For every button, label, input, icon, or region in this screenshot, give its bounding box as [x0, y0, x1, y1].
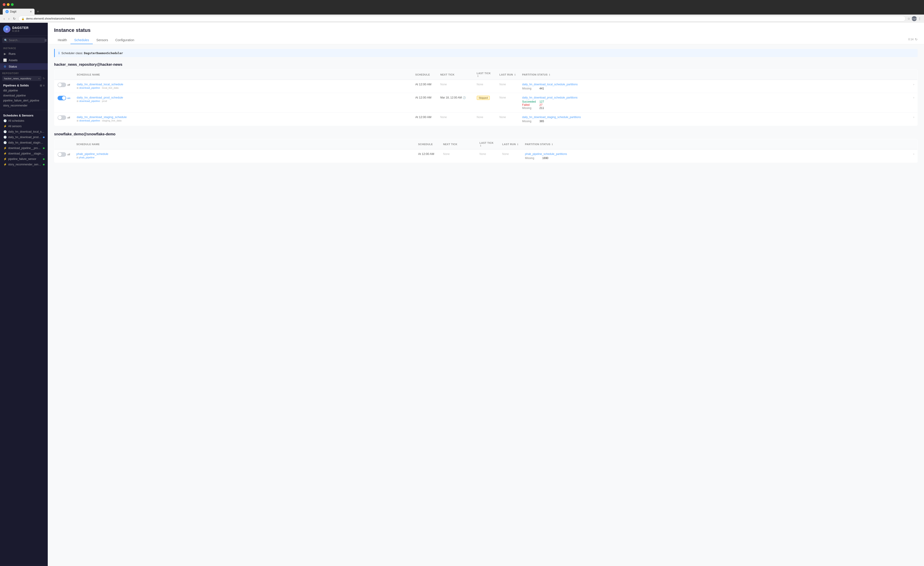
all-sensors-item[interactable]: ⚡ All sensors — [0, 123, 48, 129]
last-tick-tooltip-icon[interactable]: ℹ — [477, 75, 478, 77]
pipeline-link-prod[interactable]: download_pipeline — [79, 99, 100, 102]
toggle-switch-phab[interactable] — [57, 152, 66, 157]
pipeline-link-staging[interactable]: download_pipeline — [79, 119, 100, 122]
app-name: DAGSTER — [12, 26, 28, 30]
expand-icon-staging[interactable]: › — [914, 116, 914, 119]
pipeline-item-download[interactable]: download_pipeline — [0, 93, 48, 98]
expand-icon-phab[interactable]: › — [914, 152, 914, 156]
partition-stats-staging: Missing 365 — [522, 120, 907, 123]
sidebar-item-status[interactable]: ⚙ Status — [0, 63, 48, 69]
toggle-staging[interactable]: off — [57, 115, 70, 120]
traffic-light-red[interactable] — [3, 3, 6, 6]
pipeline-link-phab[interactable]: phab_pipeline — [79, 156, 94, 159]
schedule-clock-icon-2: 🕐 — [3, 141, 7, 145]
timer-display: 0:14 — [908, 38, 914, 41]
traffic-light-yellow[interactable] — [7, 3, 9, 6]
toggle-prod[interactable]: on — [57, 96, 70, 100]
pipeline-grid-icon[interactable]: ⊞ — [40, 84, 42, 87]
toggle-phab[interactable]: off — [57, 152, 70, 157]
schedule-nav-pipeline-failure[interactable]: ⚡ pipeline_failure_sensor — [0, 156, 48, 162]
repo-selector[interactable]: hacker_news_repository ▾ — [2, 76, 41, 81]
repo-section-label: REPOSITORY — [2, 72, 45, 75]
pipeline-icon-phab: ⊞ — [76, 156, 78, 159]
active-tab[interactable]: D Dagit ✕ — [3, 9, 34, 15]
expand-cell-prod[interactable]: › — [910, 93, 918, 113]
sf-last-tick-tooltip[interactable]: ℹ — [480, 145, 482, 147]
toggle-switch-local[interactable] — [57, 83, 66, 87]
profile-button[interactable]: Incognito — [912, 16, 917, 21]
last-tick-phab: None — [480, 152, 486, 156]
page-title: Instance status — [54, 27, 918, 33]
sf-last-run-tooltip[interactable]: ℹ — [517, 143, 518, 146]
address-bar[interactable]: 🔒 demo.elementl.show/instance/schedules — [18, 16, 906, 21]
pipeline-link-local[interactable]: download_pipeline — [79, 86, 100, 89]
last-run-tooltip-icon[interactable]: ℹ — [514, 74, 516, 76]
schedule-name-phab[interactable]: phab_pipeline_schedule — [76, 152, 108, 156]
tab-favicon: D — [6, 10, 9, 13]
back-button[interactable]: ‹ — [3, 17, 6, 21]
last-tick-local: None — [477, 83, 483, 86]
pipeline-item-dbt[interactable]: dbt_pipeline — [0, 88, 48, 93]
sf-partition-tooltip[interactable]: ℹ — [552, 143, 553, 146]
pipeline-item-failure[interactable]: pipeline_failure_alert_pipeline — [0, 98, 48, 103]
tab-health[interactable]: Health — [54, 36, 70, 44]
story-recommender-sensor-dot — [43, 164, 45, 166]
schedule-nav-prod[interactable]: 🕐 daily_hn_download_prod_s... — [0, 134, 48, 140]
tab-configuration[interactable]: Configuration — [112, 36, 138, 44]
partition-link-prod[interactable]: daily_hn_download_prod_schedule_partitio… — [522, 96, 578, 99]
tab-sensors[interactable]: Sensors — [93, 36, 112, 44]
toggle-cell-staging: off — [54, 113, 74, 126]
search-container[interactable]: 🔍 / — [0, 36, 48, 45]
assets-icon: ⬜ — [3, 58, 7, 62]
partition-status-tooltip-icon[interactable]: ℹ — [549, 74, 550, 76]
partition-link-local[interactable]: daily_hn_download_local_schedule_partiti… — [522, 83, 578, 86]
new-tab-button[interactable]: + — [36, 9, 40, 14]
expand-cell-local[interactable]: › — [910, 80, 918, 93]
sidebar-item-runs[interactable]: ▶ Runs — [0, 51, 48, 57]
search-input[interactable] — [9, 39, 43, 42]
toggle-switch-prod[interactable] — [57, 96, 66, 100]
pipeline-item-recommender[interactable]: story_recommender — [0, 103, 48, 108]
search-bar[interactable]: 🔍 / — [2, 38, 45, 43]
schedule-nav-local[interactable]: 🕐 daily_hn_download_local_sc... — [0, 129, 48, 134]
schedule-name-local[interactable]: daily_hn_download_local_schedule — [76, 83, 123, 86]
sf-th-schedule-name: SCHEDULE NAME — [73, 139, 415, 149]
schedule-nav-download-prod[interactable]: ⚡ download_pipeline__prod_... — [0, 145, 48, 151]
refresh-icon[interactable]: ↻ — [915, 38, 918, 41]
last-run-local: None — [500, 83, 506, 86]
schedule-nav-story-recommender[interactable]: ⚡ story_recommender_sensor — [0, 162, 48, 167]
next-tick-local: None — [440, 83, 447, 86]
table-row: on daily_hn_download_prod_schedule ⊞ dow… — [54, 93, 918, 113]
traffic-light-green[interactable] — [11, 3, 14, 6]
name-cell-local: daily_hn_download_local_schedule ⊞ downl… — [74, 80, 412, 93]
last-tick-badge-prod[interactable]: Skipped — [477, 96, 490, 100]
menu-button[interactable]: ⋮ — [918, 17, 921, 21]
bookmark-button[interactable]: ☆ — [908, 17, 910, 21]
repo-section: REPOSITORY hacker_news_repository ▾ ↻ — [0, 69, 48, 82]
tab-schedules[interactable]: Schedules — [70, 36, 93, 44]
toggle-local[interactable]: off — [57, 83, 70, 87]
expand-icon-prod[interactable]: › — [914, 96, 914, 99]
repo-refresh-button[interactable]: ↻ — [42, 77, 45, 81]
reload-button[interactable]: ↻ — [12, 17, 16, 21]
sidebar-item-assets[interactable]: ⬜ Assets — [0, 57, 48, 63]
sensor-icon-4: ⚡ — [3, 152, 7, 155]
expand-cell-staging[interactable]: › — [910, 113, 918, 126]
schedule-nav-staging[interactable]: 🕐 daily_hn_download_staging_... — [0, 140, 48, 145]
content-body: ℹ Scheduler class: DagsterDaemonSchedule… — [48, 44, 924, 173]
expand-icon-local[interactable]: › — [914, 83, 914, 86]
profile-label: Incognito — [910, 18, 918, 20]
schedule-nav-download-staging[interactable]: ⚡ download_pipeline__staging_... — [0, 151, 48, 156]
pipeline-list-icon[interactable]: ≡ — [43, 84, 45, 87]
toggle-knob-phab — [58, 153, 62, 156]
schedule-name-staging[interactable]: daily_hn_download_staging_schedule — [76, 115, 127, 119]
all-schedules-item[interactable]: 🕐 All schedules — [0, 118, 48, 123]
schedule-pipeline-phab: ⊞ phab_pipeline — [76, 156, 412, 159]
schedule-name-prod[interactable]: daily_hn_download_prod_schedule — [76, 96, 123, 99]
expand-cell-phab[interactable]: › — [910, 149, 918, 163]
tab-close-button[interactable]: ✕ — [30, 10, 32, 13]
forward-button[interactable]: › — [8, 17, 10, 21]
partition-link-staging[interactable]: daily_hn_download_staging_schedule_parti… — [522, 116, 581, 119]
toggle-switch-staging[interactable] — [57, 115, 66, 120]
partition-link-phab[interactable]: phab_pipeline_schedule_partitions — [525, 152, 567, 156]
